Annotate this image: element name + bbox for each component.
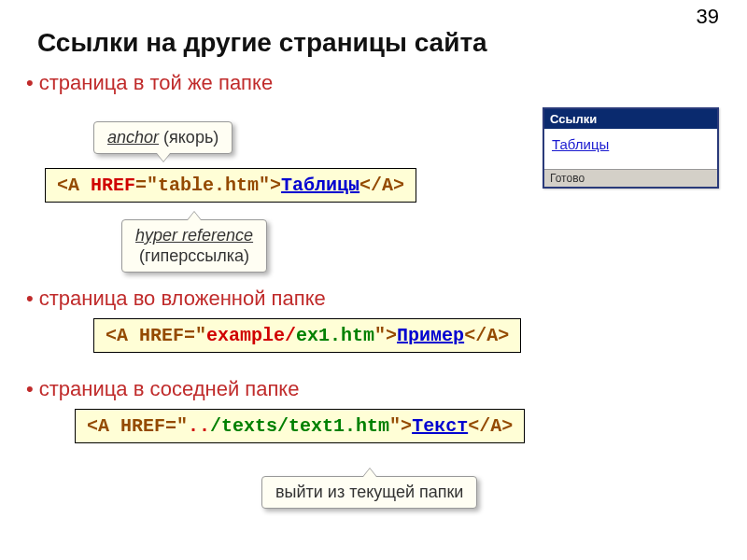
bullet-dot-icon: •	[26, 379, 34, 399]
tooltip-anchor-rest: (якорь)	[159, 128, 218, 147]
tooltip-anchor-underline: anchor	[107, 128, 159, 147]
tooltip-anchor: anchor (якорь)	[93, 121, 233, 154]
bullet-1: • страница в той же папке	[26, 71, 747, 95]
tooltip-hyperref-rest: (гиперссылка)	[139, 246, 249, 265]
code2-dir: example/	[206, 325, 296, 346]
code2-link: Пример	[397, 325, 464, 346]
bullet-3: • страница в соседней папке	[26, 377, 747, 401]
code3-q: "	[389, 415, 401, 437]
preview-link[interactable]: Таблицы	[552, 136, 609, 152]
bullet-2: • страница во вложенной папке	[26, 287, 747, 311]
code1-gt: >	[270, 175, 281, 196]
code3-close: </A>	[468, 415, 513, 437]
code-box-1: <A HREF="table.htm">Таблицы</A>	[45, 168, 416, 203]
tooltip-upfolder-text: выйти из текущей папки	[275, 483, 463, 501]
tooltip-hyperref-underline: hyper reference	[135, 226, 253, 245]
preview-body: Таблицы	[544, 129, 717, 169]
code3-link: Текст	[412, 415, 468, 437]
code2-eq: ="	[184, 325, 206, 346]
bullet-2-text: страница во вложенной папке	[39, 287, 326, 311]
code2-gt: >	[386, 325, 397, 346]
tooltip-hyperref: hyper reference (гиперссылка)	[121, 219, 267, 273]
code3-eq: ="	[165, 415, 188, 437]
code-box-2: <A HREF="example/ex1.htm">Пример</A>	[93, 318, 521, 353]
page-title: Ссылки на другие страницы сайта	[37, 28, 747, 58]
code3-open: <A	[87, 415, 120, 437]
bullet-1-text: страница в той же папке	[39, 71, 273, 95]
code2-close: </A>	[464, 325, 509, 346]
code3-up: ..	[188, 415, 210, 437]
bullet-3-text: страница в соседней папке	[39, 377, 300, 401]
code2-attr: HREF	[139, 325, 184, 346]
code3-attr: HREF	[120, 415, 165, 437]
code1-val: "table.htm"	[147, 175, 270, 196]
code2-file: ex1.htm	[296, 325, 374, 346]
code2-q: "	[374, 325, 386, 346]
page-number: 39	[697, 5, 719, 29]
code1-link: Таблицы	[281, 175, 359, 196]
code3-gt: >	[401, 415, 412, 437]
bullet-dot-icon: •	[26, 288, 34, 309]
preview-status: Готово	[544, 169, 717, 187]
code1-close: </A>	[359, 175, 404, 196]
preview-window: Ссылки Таблицы Готово	[543, 107, 719, 189]
code1-attr: HREF	[91, 175, 135, 196]
tooltip-upfolder: выйти из текущей папки	[261, 476, 477, 509]
code2-open: <A	[106, 325, 139, 346]
code-box-3: <A HREF="../texts/text1.htm">Текст</A>	[75, 409, 525, 443]
preview-title: Ссылки	[544, 109, 717, 129]
code3-rest: /texts/text1.htm	[210, 415, 389, 437]
code1-open: <A	[57, 175, 91, 196]
code1-eq: =	[135, 175, 147, 196]
bullet-dot-icon: •	[26, 73, 34, 93]
